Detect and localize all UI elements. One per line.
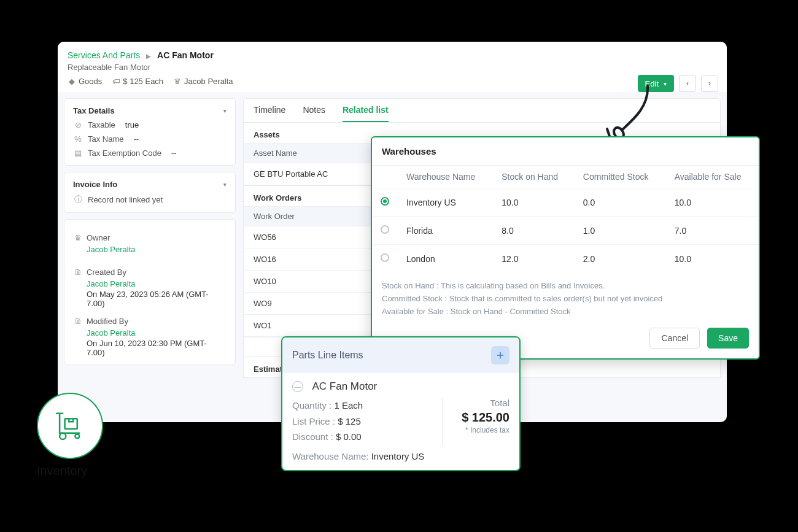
created-timestamp: On May 23, 2023 05:26 AM (GMT- 7.00) (87, 290, 227, 308)
tag-icon: 🏷 (112, 77, 120, 86)
crown-icon: ♛ (73, 233, 83, 242)
wh-available: 10.0 (666, 245, 759, 273)
wh-committed: 2.0 (575, 245, 666, 273)
tax-taxable-value: true (125, 120, 139, 129)
list-price-label: List Price : (292, 416, 335, 426)
wh-available: 7.0 (666, 217, 759, 245)
tab-notes[interactable]: Notes (303, 105, 325, 122)
warehouse-row[interactable]: London 12.0 2.0 10.0 (372, 245, 759, 273)
percent-icon: % (73, 134, 83, 144)
left-sidebar: Tax Details▾ ⊘Taxabletrue %Tax Name-- ▤T… (64, 98, 236, 378)
hand-truck-icon (53, 409, 87, 442)
tax-taxable-label: Taxable (88, 120, 115, 129)
next-record-button[interactable]: › (701, 75, 718, 92)
crown-icon: ♛ (173, 77, 182, 86)
save-button[interactable]: Save (707, 328, 749, 349)
list-price-value: $ 125 (338, 416, 361, 426)
tax-exemption-label: Tax Exemption Code (88, 148, 161, 158)
created-by-link[interactable]: Jacob Peralta (87, 279, 227, 288)
wh-col-committed: Committed Stock (575, 166, 666, 188)
wh-onhand: 8.0 (493, 217, 575, 245)
tab-related-list[interactable]: Related list (343, 105, 389, 122)
created-by-label: Created By (87, 268, 126, 277)
warehouse-modal: Warehouses Warehouse Name Stock on Hand … (371, 136, 760, 360)
wh-onhand: 10.0 (493, 188, 575, 217)
breadcrumb-current: AC Fan Motor (157, 50, 214, 60)
inventory-badge (37, 393, 103, 459)
file-icon: 🗎 (73, 268, 83, 277)
modified-by-label: Modified By (87, 317, 128, 326)
wh-name: Florida (398, 217, 493, 245)
plus-icon (495, 350, 505, 360)
add-line-item-button[interactable] (491, 346, 509, 364)
tax-details-title: Tax Details (73, 106, 115, 115)
qty-label: Quantity : (292, 400, 331, 411)
record-meta: ◆Goods 🏷$ 125 Each ♛Jacob Peralta (68, 77, 717, 86)
tax-details-panel: Tax Details▾ ⊘Taxabletrue %Tax Name-- ▤T… (64, 98, 236, 166)
info-icon: ⓘ (73, 194, 83, 205)
wh-name: London (398, 245, 493, 273)
wh-col-available: Available for Sale (666, 166, 759, 188)
warehouse-notes: Stock on Hand : This is calculating base… (372, 272, 759, 318)
invoice-info-panel: Invoice Info▾ ⓘRecord not linked yet (64, 172, 236, 213)
invoice-info-title: Invoice Info (73, 180, 117, 189)
owner-label: Owner (87, 233, 110, 242)
total-label: Total (450, 398, 509, 408)
warehouse-name-value: Inventory US (371, 451, 425, 461)
invoice-not-linked: Record not linked yet (88, 195, 163, 204)
collapse-icon[interactable]: ▾ (223, 108, 227, 114)
wh-onhand: 12.0 (493, 245, 575, 273)
tax-exemption-value: -- (171, 148, 177, 158)
discount-value: $ 0.00 (336, 431, 362, 442)
meta-price: $ 125 Each (123, 77, 163, 86)
parts-title: Parts Line Items (292, 350, 363, 361)
wh-committed: 0.0 (575, 188, 666, 217)
warehouse-row[interactable]: Inventory US 10.0 0.0 10.0 (372, 188, 759, 217)
inventory-caption: Inventory (37, 464, 87, 478)
parts-line-items-card: Parts Line Items — AC Fan Motor Quantity… (281, 336, 521, 471)
discount-label: Discount : (292, 431, 333, 442)
ban-icon: ⊘ (73, 120, 83, 129)
line-item-name: AC Fan Motor (312, 380, 377, 392)
remove-line-item-button[interactable]: — (292, 381, 303, 392)
warehouse-row[interactable]: Florida 8.0 1.0 7.0 (372, 217, 759, 245)
edit-button[interactable]: Edit ▾ (638, 75, 674, 92)
svg-point-2 (75, 434, 79, 439)
warehouse-radio[interactable] (381, 197, 389, 206)
wh-committed: 1.0 (575, 217, 666, 245)
meta-owner: Jacob Peralta (184, 77, 233, 86)
wh-col-name: Warehouse Name (398, 166, 493, 188)
file-icon: 🗎 (73, 317, 83, 326)
prev-record-button[interactable]: ‹ (679, 75, 696, 92)
qty-value: 1 Each (334, 400, 363, 411)
tax-name-label: Tax Name (88, 134, 124, 144)
breadcrumb: Services And Parts ▶ AC Fan Motor (68, 50, 717, 60)
tax-note: * Includes tax (450, 426, 509, 434)
record-subtitle: Replaceable Fan Motor (68, 63, 717, 72)
tab-timeline[interactable]: Timeline (254, 105, 285, 122)
chevron-down-icon: ▾ (664, 80, 667, 87)
wh-name: Inventory US (398, 188, 493, 217)
modified-by-link[interactable]: Jacob Peralta (87, 328, 227, 337)
wh-available: 10.0 (666, 188, 759, 217)
owner-link[interactable]: Jacob Peralta (87, 245, 227, 254)
warehouse-table: Warehouse Name Stock on Hand Committed S… (372, 166, 759, 272)
warehouse-modal-title: Warehouses (372, 137, 759, 166)
doc-icon: ▤ (73, 148, 83, 158)
breadcrumb-caret-icon: ▶ (146, 53, 151, 60)
wh-col-onhand: Stock on Hand (493, 166, 575, 188)
svg-point-1 (60, 433, 66, 439)
warehouse-radio[interactable] (381, 225, 389, 234)
total-value: $ 125.00 (450, 411, 509, 425)
cancel-button[interactable]: Cancel (649, 328, 700, 349)
breadcrumb-parent-link[interactable]: Services And Parts (68, 50, 140, 60)
meta-goods: Goods (79, 77, 102, 86)
svg-rect-0 (65, 418, 77, 429)
collapse-icon[interactable]: ▾ (223, 182, 227, 188)
tab-bar: Timeline Notes Related list (243, 98, 721, 123)
warehouse-radio[interactable] (381, 253, 389, 262)
record-header: Services And Parts ▶ AC Fan Motor Replac… (58, 42, 727, 92)
cube-icon: ◆ (68, 77, 76, 86)
ownership-panel: ♛Owner Jacob Peralta 🗎Created By Jacob P… (64, 219, 236, 365)
tax-name-value: -- (134, 134, 139, 144)
